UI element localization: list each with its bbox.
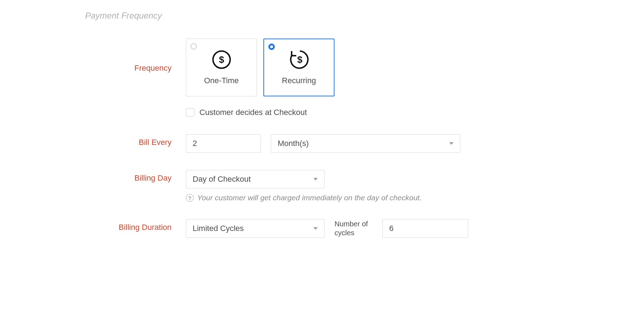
cycles-label: Number of cycles <box>335 220 374 237</box>
billing-day-field: Day of Checkout ? Your customer will get… <box>186 170 644 202</box>
billing-duration-inputs: Limited Cycles Number of cycles <box>186 219 644 238</box>
billing-day-label: Billing Day <box>134 173 172 182</box>
help-icon: ? <box>186 194 194 202</box>
billing-duration-label: Billing Duration <box>119 223 172 232</box>
svg-text:$: $ <box>297 54 302 65</box>
frequency-option-recurring[interactable]: $ Recurring <box>263 39 335 96</box>
billing-day-row: Billing Day Day of Checkout ? Your custo… <box>0 170 644 202</box>
bill-every-label: Bill Every <box>139 138 172 147</box>
cycles-group: Number of cycles <box>335 219 468 238</box>
bill-every-unit-select[interactable]: Month(s) <box>271 134 460 153</box>
frequency-row: Frequency $ One-Time <box>0 39 644 117</box>
payment-frequency-form: Payment Frequency Frequency $ One-Time <box>0 11 644 238</box>
svg-text:$: $ <box>219 54 224 65</box>
bill-every-field: Month(s) <box>186 134 644 153</box>
help-text: Your customer will get charged immediate… <box>197 193 422 202</box>
label-col: Bill Every <box>0 134 186 147</box>
customer-decides-checkbox[interactable] <box>186 108 194 117</box>
chevron-down-icon <box>449 142 454 145</box>
label-col: Frequency <box>0 39 186 73</box>
frequency-option-one-time[interactable]: $ One-Time <box>186 39 257 96</box>
label-col: Billing Duration <box>0 219 186 232</box>
cycles-input[interactable] <box>382 219 468 238</box>
billing-duration-select[interactable]: Limited Cycles <box>186 219 325 238</box>
customer-decides-row: Customer decides at Checkout <box>186 108 644 117</box>
select-value: Limited Cycles <box>193 224 244 233</box>
chevron-down-icon <box>313 178 318 181</box>
frequency-cards: $ One-Time $ Recurring <box>186 39 644 96</box>
select-value: Month(s) <box>278 139 309 148</box>
frequency-field: $ One-Time $ Recurring <box>186 39 644 117</box>
frequency-label: Frequency <box>134 64 172 72</box>
customer-decides-label: Customer decides at Checkout <box>199 108 307 117</box>
option-label: One-Time <box>204 76 239 85</box>
radio-icon <box>190 43 197 50</box>
dollar-recurring-icon: $ <box>288 50 311 70</box>
billing-day-select[interactable]: Day of Checkout <box>186 170 325 188</box>
chevron-down-icon <box>313 227 318 230</box>
bill-every-count-input[interactable] <box>186 134 261 153</box>
billing-duration-field: Limited Cycles Number of cycles <box>186 219 644 238</box>
bill-every-row: Bill Every Month(s) <box>0 134 644 153</box>
billing-day-help: ? Your customer will get charged immedia… <box>186 193 644 202</box>
label-col: Billing Day <box>0 170 186 183</box>
section-title: Payment Frequency <box>85 11 644 21</box>
radio-icon <box>268 44 275 50</box>
billing-duration-row: Billing Duration Limited Cycles Number o… <box>0 219 644 238</box>
option-label: Recurring <box>282 76 316 85</box>
dollar-circle-icon: $ <box>212 50 232 70</box>
select-value: Day of Checkout <box>193 175 251 184</box>
bill-every-inputs: Month(s) <box>186 134 644 153</box>
